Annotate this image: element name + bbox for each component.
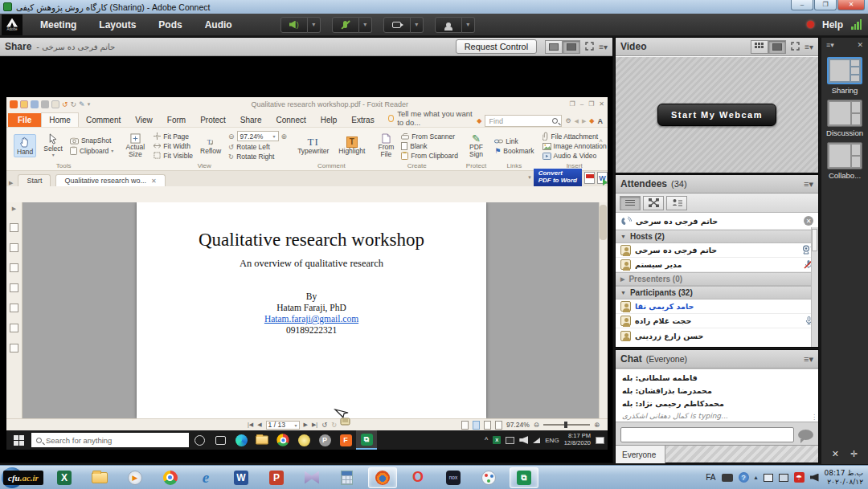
single-page-view-icon[interactable] xyxy=(461,421,469,430)
attendees-pod-menu-icon[interactable]: ≡▾ xyxy=(804,179,813,189)
tab-share[interactable]: Share xyxy=(233,113,269,127)
share-pod-menu-icon[interactable]: ≡▾ xyxy=(599,43,608,51)
layout-collaboration-label[interactable]: Collabo... xyxy=(821,171,868,180)
start-my-webcam-button[interactable]: Start My Webcam xyxy=(657,104,776,126)
layout-sharing-thumb[interactable] xyxy=(827,57,862,84)
host-row-2[interactable]: مدیر سیستم xyxy=(616,258,818,272)
layout-collaboration-thumb[interactable] xyxy=(827,142,862,169)
tray-network-icon[interactable] xyxy=(533,438,540,443)
chat-scroll-indicator[interactable]: ⋮ xyxy=(811,414,817,421)
collapse-ribbon-icon[interactable]: ˄ xyxy=(599,137,603,145)
reflow-button[interactable]: T Reflow xyxy=(198,137,223,156)
connect-taskbar-icon-active[interactable]: ⧉ xyxy=(356,430,377,450)
chat-tab-everyone[interactable]: Everyone xyxy=(616,446,665,463)
edge-icon[interactable] xyxy=(231,430,252,450)
inner-search-box[interactable]: Search for anything xyxy=(31,433,189,447)
attendee-grid-view-button[interactable] xyxy=(643,196,664,210)
fit-visible-button[interactable]: Fit Visible xyxy=(154,152,193,160)
rotate-right-button[interactable]: ↻Rotate Right xyxy=(228,153,287,161)
find-prev-icon[interactable]: ◀ xyxy=(575,118,579,124)
document-tab[interactable]: Qualitative research wo...✕ xyxy=(55,174,165,186)
comment-shortcut-icon[interactable]: ◆ xyxy=(477,117,481,124)
share-fullscreen-icon[interactable] xyxy=(585,42,594,52)
file-explorer-icon[interactable] xyxy=(85,467,114,488)
chat-input[interactable] xyxy=(620,427,794,442)
word-icon[interactable]: W xyxy=(227,467,256,488)
tray-volume-icon[interactable] xyxy=(519,436,528,444)
participants-section-header[interactable]: ▼ Participants (32) xyxy=(616,286,818,300)
menu-layouts[interactable]: Layouts xyxy=(88,19,147,31)
fields-panel-icon[interactable] xyxy=(10,344,18,352)
paint-icon[interactable] xyxy=(474,467,503,488)
opera-icon[interactable]: O xyxy=(403,467,432,488)
menu-meeting[interactable]: Meeting xyxy=(29,19,88,31)
sign-icon[interactable]: ✎ xyxy=(79,100,85,108)
app-p-icon[interactable]: P xyxy=(314,430,335,450)
close-button[interactable]: ✕ xyxy=(837,0,865,10)
tab-file[interactable]: File xyxy=(8,113,41,127)
bookmark-button[interactable]: ⚑Bookmark xyxy=(494,147,534,155)
tell-me-box[interactable]: Tell me what you want to do... xyxy=(388,109,477,127)
highlight-all-icon[interactable]: ◆ xyxy=(589,117,594,124)
zoom-level-select[interactable]: 97.24%▾ xyxy=(237,131,279,141)
start-tab[interactable]: Start xyxy=(18,174,51,186)
foxit-restore-tabs-icon[interactable]: ❐ xyxy=(570,100,575,108)
save-icon[interactable] xyxy=(31,100,39,108)
connection-signal-icon[interactable] xyxy=(851,19,862,30)
inner-start-button[interactable] xyxy=(14,435,24,446)
from-file-button[interactable]: From File xyxy=(375,132,396,159)
prev-view-icon[interactable]: ↺ xyxy=(321,421,327,429)
continuous-facing-view-icon[interactable] xyxy=(495,421,502,430)
tab-view[interactable]: View xyxy=(128,113,160,127)
audio-video-button[interactable]: Audio & Video xyxy=(542,152,607,160)
mail-icon[interactable] xyxy=(51,100,59,108)
tab-list-icon[interactable]: ▶ xyxy=(9,180,13,186)
highlight-button[interactable]: THighlight xyxy=(336,136,367,156)
document-scrollbar[interactable] xyxy=(599,202,608,418)
foxit-close-icon[interactable]: ✕ xyxy=(599,100,604,108)
clipboard-button[interactable]: Clipboard▾ xyxy=(70,146,113,155)
foxit-minimize-icon[interactable]: – xyxy=(580,100,583,108)
file-attachment-button[interactable]: File Attachment xyxy=(542,132,607,141)
attachments-panel-icon[interactable] xyxy=(10,283,18,292)
qat-customize-icon[interactable]: ▾ xyxy=(88,101,91,108)
attendees-scrollbar[interactable] xyxy=(811,227,818,347)
webcam-button[interactable] xyxy=(383,17,411,33)
facing-view-icon[interactable] xyxy=(484,421,491,430)
zoom-slider[interactable] xyxy=(543,424,590,426)
kmplayer-icon[interactable] xyxy=(297,467,326,488)
rotate-left-button[interactable]: ↺Rotate Left xyxy=(228,143,287,151)
layout-sharing-label[interactable]: Sharing xyxy=(821,86,868,95)
foxit-taskbar-icon[interactable]: F xyxy=(335,430,356,450)
help-tray-icon[interactable]: ? xyxy=(739,472,749,483)
foxit-maximize-icon[interactable]: ❐ xyxy=(588,100,594,108)
link-button[interactable]: Link xyxy=(494,137,534,145)
tab-form[interactable]: Form xyxy=(160,113,193,127)
bookmarks-panel-icon[interactable] xyxy=(10,223,18,232)
pdf-sign-button[interactable]: ✎PDF Sign xyxy=(466,132,486,159)
tab-protect[interactable]: Protect xyxy=(193,113,233,127)
print-icon[interactable] xyxy=(41,100,49,108)
last-page-icon[interactable]: ▶| xyxy=(312,422,317,428)
explorer-icon[interactable] xyxy=(252,430,272,450)
continuous-view-icon[interactable] xyxy=(473,421,480,430)
fit-page-button[interactable]: Fit Page xyxy=(154,132,193,141)
first-page-icon[interactable]: |◀ xyxy=(248,422,253,428)
tray-excel-icon[interactable]: X xyxy=(493,436,501,444)
hand-tool-button[interactable]: Hand xyxy=(14,134,36,157)
help-menu[interactable]: Help xyxy=(822,19,843,31)
attendee-status-view-button[interactable] xyxy=(666,196,687,210)
tab-help[interactable]: Help xyxy=(313,113,345,127)
restore-button[interactable]: ❐ xyxy=(814,0,837,10)
blank-button[interactable]: Blank xyxy=(401,142,458,150)
layout-menu-icon[interactable]: ≡▾ xyxy=(826,41,834,49)
from-scanner-button[interactable]: From Scanner xyxy=(401,132,458,141)
chrome-taskbar-icon[interactable] xyxy=(272,430,293,450)
layout-discussion-label[interactable]: Discussion xyxy=(821,128,868,137)
snapshot-button[interactable]: SnapShot xyxy=(70,137,113,145)
video-grid-view-toggle[interactable] xyxy=(751,40,768,54)
convert-ad[interactable]: ▾ ConvertPDF to Word W xyxy=(528,169,608,186)
antivirus-tray-icon[interactable]: ☂ xyxy=(794,472,805,483)
status-raise-hand-button[interactable] xyxy=(435,17,462,33)
layout-discussion-thumb[interactable] xyxy=(827,100,862,127)
